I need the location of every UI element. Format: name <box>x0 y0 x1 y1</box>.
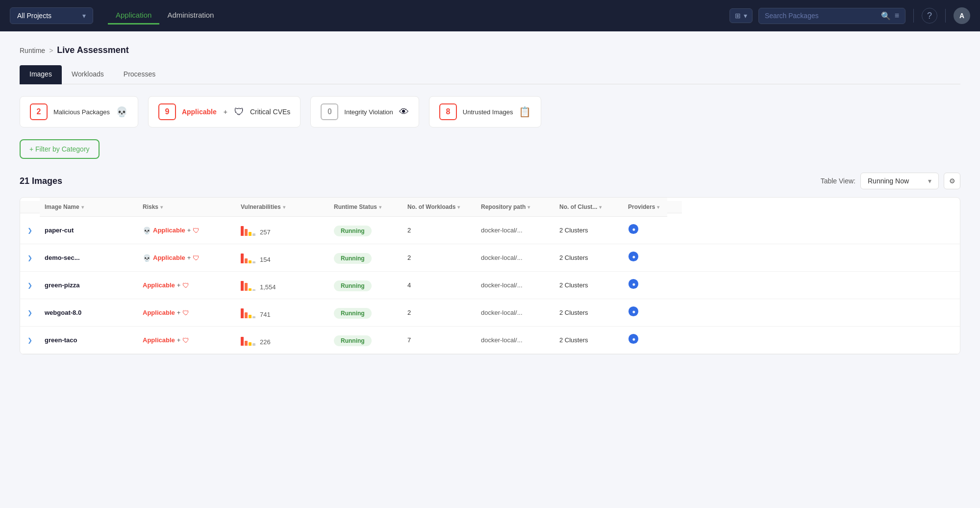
expand-button[interactable]: ❯ <box>20 275 40 296</box>
provider-cell: ⎈ <box>623 327 667 354</box>
table-header-row: 21 Images Table View: Running Now ▾ ⚙ <box>20 173 960 189</box>
table-view-dropdown[interactable]: Running Now ▾ <box>860 173 939 189</box>
col-providers[interactable]: Providers ▾ <box>623 198 667 217</box>
plus-icon: + <box>177 336 181 344</box>
table-row[interactable]: ❯webgoat-8.0Applicable+🛡741Running2docke… <box>20 299 960 327</box>
col-workloads[interactable]: No. of Workloads ▾ <box>402 198 476 217</box>
table-row[interactable]: ❯demo-sec...💀Applicable+🛡154Running2dock… <box>20 244 960 272</box>
header-divider-2 <box>945 9 946 23</box>
risk-cell: Applicable+🛡 <box>138 330 236 351</box>
tab-images[interactable]: Images <box>20 65 62 84</box>
plus-icon: + <box>187 227 191 234</box>
table-row[interactable]: ❯green-pizzaApplicable+🛡1,554Running4doc… <box>20 272 960 299</box>
repo-path-cell: docker-local/... <box>476 275 554 296</box>
nav-tab-administration[interactable]: Administration <box>159 7 222 25</box>
col-runtime-status[interactable]: Runtime Status ▾ <box>329 198 402 217</box>
tab-processes[interactable]: Processes <box>114 65 165 84</box>
filter-by-category-button[interactable]: + Filter by Category <box>20 139 100 159</box>
breadcrumb-current: Live Assessment <box>57 45 128 55</box>
kubernetes-icon: ⎈ <box>628 224 639 234</box>
avatar[interactable]: A <box>954 7 970 24</box>
expand-button[interactable]: ❯ <box>20 248 40 268</box>
repo-path-cell: docker-local/... <box>476 220 554 241</box>
filter-icon[interactable]: ≡ <box>895 11 899 20</box>
page-tabs: Images Workloads Processes <box>20 65 960 84</box>
runtime-status-cell: Running <box>329 220 402 241</box>
col-vulnerabilities[interactable]: Vulnerabilities ▾ <box>236 198 329 217</box>
images-table: Image Name ▾ Risks ▾ Vulnerabilities ▾ R… <box>20 197 960 355</box>
table-view-selector: Table View: Running Now ▾ ⚙ <box>821 173 960 189</box>
skull-icon: 💀 <box>143 254 151 262</box>
search-icon: 🔍 <box>881 11 891 21</box>
stat-card-cves[interactable]: 9 Applicable + 🛡 Critical CVEs <box>148 96 301 127</box>
skull-icon: 💀 <box>116 106 128 118</box>
applicable-badge: Applicable <box>153 227 185 234</box>
images-count: 21 Images <box>20 176 62 186</box>
expand-button[interactable]: ❯ <box>20 330 40 351</box>
vuln-count: 154 <box>260 256 271 263</box>
col-clusters[interactable]: No. of Clust... ▾ <box>554 198 623 217</box>
clusters-cell: 2 Clusters <box>554 220 623 241</box>
stat-card-integrity[interactable]: 0 Integrity Violation 👁 <box>310 96 419 127</box>
vuln-bar <box>252 289 255 291</box>
col-actions <box>667 201 682 213</box>
kubernetes-icon: ⎈ <box>628 251 639 262</box>
risk-cell: 💀Applicable+🛡 <box>138 247 236 269</box>
shield-icon: 🛡 <box>193 254 200 262</box>
breadcrumb-parent: Runtime <box>20 47 45 54</box>
col-expand <box>20 201 40 213</box>
vuln-bar <box>241 308 244 318</box>
search-input[interactable] <box>765 12 877 20</box>
vulnerability-cell: 1,554 <box>236 273 329 298</box>
view-toggle-btn[interactable]: ⊞ ▾ <box>729 8 753 23</box>
header-divider <box>913 9 914 23</box>
vuln-bar <box>245 229 248 236</box>
col-image-name[interactable]: Image Name ▾ <box>40 198 138 217</box>
workloads-cell: 2 <box>402 247 476 268</box>
project-selector[interactable]: All Projects ▾ <box>10 7 93 24</box>
row-actions <box>667 251 682 265</box>
sort-icon: ▾ <box>283 204 285 210</box>
stat-card-untrusted[interactable]: 8 Untrusted Images 📋 <box>429 96 542 127</box>
gear-button[interactable]: ⚙ <box>944 173 960 189</box>
table-row[interactable]: ❯paper-cut💀Applicable+🛡257Running2docker… <box>20 217 960 244</box>
vuln-bars <box>241 335 255 346</box>
vulnerability-cell: 741 <box>236 301 329 325</box>
shield-icon: 🛡 <box>182 281 189 289</box>
malicious-badge: 2 <box>30 103 48 120</box>
main-content: Runtime > Live Assessment Images Workloa… <box>0 31 980 368</box>
image-name: green-taco <box>40 330 138 351</box>
plus-icon: + <box>187 254 191 261</box>
help-button[interactable]: ? <box>922 8 937 24</box>
vuln-bar <box>245 283 248 291</box>
vuln-bar <box>252 343 255 346</box>
stat-card-malicious[interactable]: 2 Malicious Packages 💀 <box>20 96 138 127</box>
vuln-bar <box>241 254 244 263</box>
table-row[interactable]: ❯green-tacoApplicable+🛡226Running7docker… <box>20 327 960 354</box>
expand-button[interactable]: ❯ <box>20 303 40 323</box>
vulnerability-cell: 257 <box>236 218 329 243</box>
vuln-count: 741 <box>260 311 271 318</box>
vuln-bar <box>241 226 244 236</box>
workloads-cell: 2 <box>402 220 476 241</box>
nav-tab-application[interactable]: Application <box>108 7 159 25</box>
header-right: ⊞ ▾ 🔍 ≡ ? A <box>729 7 970 24</box>
plus-icon: + <box>177 281 181 289</box>
shield-icon: 🛡 <box>182 336 189 344</box>
breadcrumb-separator: > <box>49 47 53 54</box>
provider-cell: ⎈ <box>623 299 667 326</box>
risk-cell: Applicable+🛡 <box>138 302 236 324</box>
kubernetes-icon: ⎈ <box>628 306 639 317</box>
vuln-bar <box>252 233 255 236</box>
clusters-cell: 2 Clusters <box>554 247 623 268</box>
col-risks[interactable]: Risks ▾ <box>138 198 236 217</box>
image-name: paper-cut <box>40 220 138 241</box>
col-repo-path[interactable]: Repository path ▾ <box>476 198 554 217</box>
untrusted-icon: 📋 <box>519 106 531 118</box>
vuln-bar <box>252 316 255 318</box>
sort-icon: ▾ <box>160 204 163 210</box>
expand-button[interactable]: ❯ <box>20 220 40 241</box>
tab-workloads[interactable]: Workloads <box>62 65 114 84</box>
vuln-count: 257 <box>260 229 271 236</box>
applicable-badge: Applicable <box>143 309 175 316</box>
